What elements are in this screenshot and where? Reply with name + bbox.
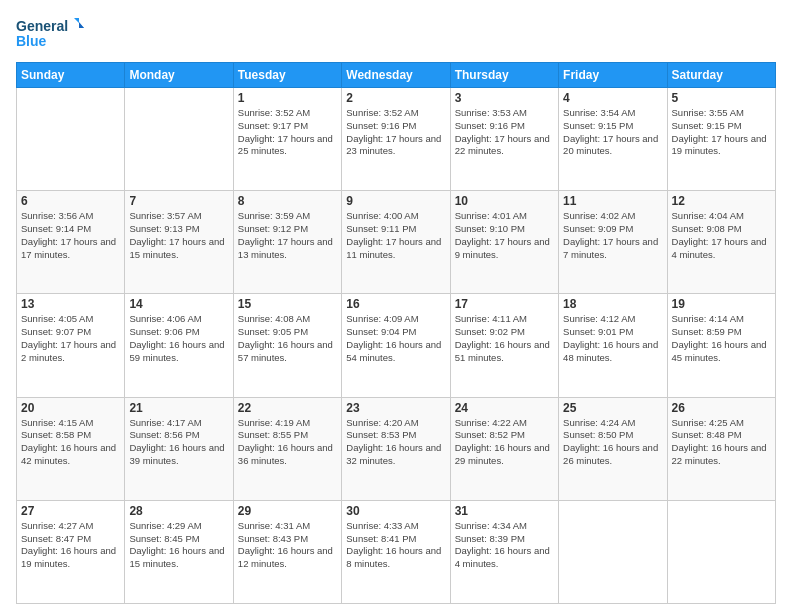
day-number: 18 <box>563 297 662 311</box>
calendar-cell <box>667 500 775 603</box>
page: GeneralBlue SundayMondayTuesdayWednesday… <box>0 0 792 612</box>
calendar-cell: 29Sunrise: 4:31 AM Sunset: 8:43 PM Dayli… <box>233 500 341 603</box>
calendar-cell: 12Sunrise: 4:04 AM Sunset: 9:08 PM Dayli… <box>667 191 775 294</box>
calendar-cell <box>17 88 125 191</box>
calendar-cell: 16Sunrise: 4:09 AM Sunset: 9:04 PM Dayli… <box>342 294 450 397</box>
calendar-week-5: 27Sunrise: 4:27 AM Sunset: 8:47 PM Dayli… <box>17 500 776 603</box>
calendar-cell: 26Sunrise: 4:25 AM Sunset: 8:48 PM Dayli… <box>667 397 775 500</box>
day-number: 21 <box>129 401 228 415</box>
calendar-week-1: 1Sunrise: 3:52 AM Sunset: 9:17 PM Daylig… <box>17 88 776 191</box>
calendar-cell: 5Sunrise: 3:55 AM Sunset: 9:15 PM Daylig… <box>667 88 775 191</box>
day-info: Sunrise: 4:12 AM Sunset: 9:01 PM Dayligh… <box>563 313 662 364</box>
day-number: 16 <box>346 297 445 311</box>
day-info: Sunrise: 3:59 AM Sunset: 9:12 PM Dayligh… <box>238 210 337 261</box>
day-number: 26 <box>672 401 771 415</box>
day-info: Sunrise: 4:11 AM Sunset: 9:02 PM Dayligh… <box>455 313 554 364</box>
day-header-friday: Friday <box>559 63 667 88</box>
day-info: Sunrise: 4:05 AM Sunset: 9:07 PM Dayligh… <box>21 313 120 364</box>
day-number: 10 <box>455 194 554 208</box>
day-number: 6 <box>21 194 120 208</box>
day-header-wednesday: Wednesday <box>342 63 450 88</box>
day-number: 29 <box>238 504 337 518</box>
calendar-cell: 2Sunrise: 3:52 AM Sunset: 9:16 PM Daylig… <box>342 88 450 191</box>
day-number: 20 <box>21 401 120 415</box>
calendar-cell: 8Sunrise: 3:59 AM Sunset: 9:12 PM Daylig… <box>233 191 341 294</box>
day-header-thursday: Thursday <box>450 63 558 88</box>
day-number: 27 <box>21 504 120 518</box>
calendar-cell: 28Sunrise: 4:29 AM Sunset: 8:45 PM Dayli… <box>125 500 233 603</box>
day-info: Sunrise: 4:15 AM Sunset: 8:58 PM Dayligh… <box>21 417 120 468</box>
day-info: Sunrise: 4:22 AM Sunset: 8:52 PM Dayligh… <box>455 417 554 468</box>
calendar-cell: 18Sunrise: 4:12 AM Sunset: 9:01 PM Dayli… <box>559 294 667 397</box>
calendar-cell: 17Sunrise: 4:11 AM Sunset: 9:02 PM Dayli… <box>450 294 558 397</box>
calendar-cell: 13Sunrise: 4:05 AM Sunset: 9:07 PM Dayli… <box>17 294 125 397</box>
svg-text:General: General <box>16 18 68 34</box>
svg-text:Blue: Blue <box>16 33 47 49</box>
day-number: 31 <box>455 504 554 518</box>
day-number: 17 <box>455 297 554 311</box>
logo-svg: GeneralBlue <box>16 16 88 52</box>
day-info: Sunrise: 4:25 AM Sunset: 8:48 PM Dayligh… <box>672 417 771 468</box>
calendar-week-2: 6Sunrise: 3:56 AM Sunset: 9:14 PM Daylig… <box>17 191 776 294</box>
day-number: 5 <box>672 91 771 105</box>
calendar-cell: 21Sunrise: 4:17 AM Sunset: 8:56 PM Dayli… <box>125 397 233 500</box>
day-info: Sunrise: 4:24 AM Sunset: 8:50 PM Dayligh… <box>563 417 662 468</box>
day-number: 4 <box>563 91 662 105</box>
day-number: 2 <box>346 91 445 105</box>
day-header-monday: Monday <box>125 63 233 88</box>
day-info: Sunrise: 4:02 AM Sunset: 9:09 PM Dayligh… <box>563 210 662 261</box>
day-info: Sunrise: 4:31 AM Sunset: 8:43 PM Dayligh… <box>238 520 337 571</box>
calendar-cell: 25Sunrise: 4:24 AM Sunset: 8:50 PM Dayli… <box>559 397 667 500</box>
day-number: 22 <box>238 401 337 415</box>
day-number: 14 <box>129 297 228 311</box>
day-number: 13 <box>21 297 120 311</box>
day-info: Sunrise: 3:57 AM Sunset: 9:13 PM Dayligh… <box>129 210 228 261</box>
calendar-cell: 1Sunrise: 3:52 AM Sunset: 9:17 PM Daylig… <box>233 88 341 191</box>
calendar-table: SundayMondayTuesdayWednesdayThursdayFrid… <box>16 62 776 604</box>
day-header-row: SundayMondayTuesdayWednesdayThursdayFrid… <box>17 63 776 88</box>
day-info: Sunrise: 3:53 AM Sunset: 9:16 PM Dayligh… <box>455 107 554 158</box>
calendar-cell: 22Sunrise: 4:19 AM Sunset: 8:55 PM Dayli… <box>233 397 341 500</box>
day-info: Sunrise: 4:17 AM Sunset: 8:56 PM Dayligh… <box>129 417 228 468</box>
calendar-cell <box>125 88 233 191</box>
calendar-cell: 10Sunrise: 4:01 AM Sunset: 9:10 PM Dayli… <box>450 191 558 294</box>
day-header-saturday: Saturday <box>667 63 775 88</box>
day-info: Sunrise: 3:52 AM Sunset: 9:17 PM Dayligh… <box>238 107 337 158</box>
calendar-cell: 6Sunrise: 3:56 AM Sunset: 9:14 PM Daylig… <box>17 191 125 294</box>
day-info: Sunrise: 3:55 AM Sunset: 9:15 PM Dayligh… <box>672 107 771 158</box>
day-number: 8 <box>238 194 337 208</box>
svg-marker-2 <box>79 22 84 28</box>
calendar-cell: 19Sunrise: 4:14 AM Sunset: 8:59 PM Dayli… <box>667 294 775 397</box>
day-header-tuesday: Tuesday <box>233 63 341 88</box>
day-info: Sunrise: 4:19 AM Sunset: 8:55 PM Dayligh… <box>238 417 337 468</box>
day-info: Sunrise: 4:06 AM Sunset: 9:06 PM Dayligh… <box>129 313 228 364</box>
calendar-cell: 3Sunrise: 3:53 AM Sunset: 9:16 PM Daylig… <box>450 88 558 191</box>
header: GeneralBlue <box>16 16 776 52</box>
calendar-cell: 15Sunrise: 4:08 AM Sunset: 9:05 PM Dayli… <box>233 294 341 397</box>
day-number: 19 <box>672 297 771 311</box>
calendar-cell: 27Sunrise: 4:27 AM Sunset: 8:47 PM Dayli… <box>17 500 125 603</box>
day-number: 1 <box>238 91 337 105</box>
calendar-cell: 24Sunrise: 4:22 AM Sunset: 8:52 PM Dayli… <box>450 397 558 500</box>
day-number: 25 <box>563 401 662 415</box>
calendar-cell: 31Sunrise: 4:34 AM Sunset: 8:39 PM Dayli… <box>450 500 558 603</box>
calendar-cell: 20Sunrise: 4:15 AM Sunset: 8:58 PM Dayli… <box>17 397 125 500</box>
day-number: 23 <box>346 401 445 415</box>
day-info: Sunrise: 3:52 AM Sunset: 9:16 PM Dayligh… <box>346 107 445 158</box>
day-info: Sunrise: 3:54 AM Sunset: 9:15 PM Dayligh… <box>563 107 662 158</box>
day-number: 9 <box>346 194 445 208</box>
day-number: 12 <box>672 194 771 208</box>
calendar-week-3: 13Sunrise: 4:05 AM Sunset: 9:07 PM Dayli… <box>17 294 776 397</box>
day-info: Sunrise: 4:08 AM Sunset: 9:05 PM Dayligh… <box>238 313 337 364</box>
day-info: Sunrise: 4:33 AM Sunset: 8:41 PM Dayligh… <box>346 520 445 571</box>
calendar-week-4: 20Sunrise: 4:15 AM Sunset: 8:58 PM Dayli… <box>17 397 776 500</box>
calendar-cell <box>559 500 667 603</box>
day-info: Sunrise: 4:27 AM Sunset: 8:47 PM Dayligh… <box>21 520 120 571</box>
calendar-cell: 11Sunrise: 4:02 AM Sunset: 9:09 PM Dayli… <box>559 191 667 294</box>
day-number: 3 <box>455 91 554 105</box>
day-number: 28 <box>129 504 228 518</box>
day-info: Sunrise: 4:09 AM Sunset: 9:04 PM Dayligh… <box>346 313 445 364</box>
day-number: 15 <box>238 297 337 311</box>
calendar-cell: 30Sunrise: 4:33 AM Sunset: 8:41 PM Dayli… <box>342 500 450 603</box>
calendar-cell: 4Sunrise: 3:54 AM Sunset: 9:15 PM Daylig… <box>559 88 667 191</box>
